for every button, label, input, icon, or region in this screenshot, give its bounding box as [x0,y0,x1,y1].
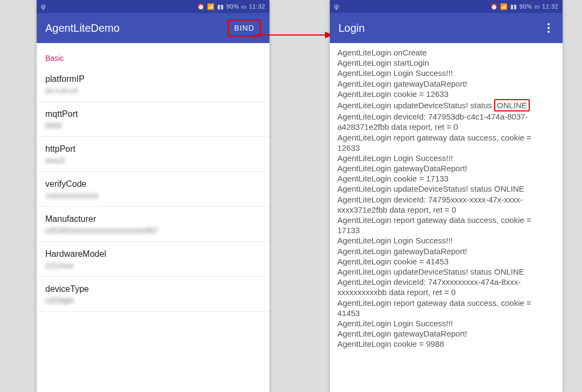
list-item-label: HardwareModel [45,249,261,259]
log-line: AgentLiteLogin gatewayDataReport! [337,246,555,256]
list-item-value: LEDlight [45,296,261,305]
log-line: AgentLiteLogin cookie = 12633 [337,89,555,99]
app-bar: Login [330,13,563,43]
log-line: AgentLiteLogin gatewayDataReport! [337,163,555,173]
list-item-label: platformIP [45,74,261,84]
list-item-value: cd22d2xxxxxxxxxxxxxxxxxxxx967 [45,226,261,235]
settings-list: Basic platformIPxx.x.xx.xxmqttPort0000ht… [37,43,269,316]
list-item-value: 1xxxxxxxxxxxxx [45,191,261,200]
overflow-menu-icon[interactable] [543,19,554,37]
usb-icon: ψ [41,3,46,10]
list-item-hardwaremodel[interactable]: HardwareModel1212xxx [37,242,269,277]
log-line: AgentLiteLogin gatewayDataReport! [337,79,555,89]
clock: 11:32 [249,3,265,10]
list-item-mqttport[interactable]: mqttPort0000 [37,102,269,137]
log-line: AgentLiteLogin updateDeviceStatus! statu… [337,184,555,194]
list-item-label: deviceType [45,284,261,294]
log-output: AgentLiteLogin onCreateAgentLiteLogin st… [330,43,563,353]
phone-right: ψ ⏰ 📶 ▮▮ 90% ▭ 11:32 Login AgentLiteLogi… [330,0,563,392]
list-item-platformip[interactable]: platformIPxx.x.xx.xx [37,67,269,102]
app-title: Login [338,22,365,34]
list-item-httpport[interactable]: httpPortxxxx3 [37,137,269,172]
app-bar: AgentLiteDemo BIND [37,13,269,43]
log-line: AgentLiteLogin report gateway data succe… [337,132,555,153]
signal-icon: ▮▮ [217,3,224,10]
list-item-verifycode[interactable]: verifyCode1xxxxxxxxxxxxx [37,172,269,207]
signal-icon: ▮▮ [510,3,517,10]
log-line: AgentLiteLogin Login Success!!! [337,68,555,78]
list-item-label: verifyCode [45,179,261,189]
list-item-value: xx.x.xx.xx [45,86,261,95]
wifi-icon: 📶 [500,3,508,10]
log-line: AgentLiteLogin updateDeviceStatus! statu… [337,267,555,277]
log-line: AgentLiteLogin Login Success!!! [337,318,555,328]
status-online-highlight: ONLINE [494,99,530,111]
phone-left: ψ ⏰ 📶 ▮▮ 90% ▭ 11:32 AgentLiteDemo BIND … [37,0,269,392]
usb-icon: ψ [334,3,339,10]
alarm-icon: ⏰ [197,3,205,10]
app-title: AgentLiteDemo [45,22,120,34]
list-item-devicetype[interactable]: deviceTypeLEDlight [37,277,269,312]
log-line: AgentLiteLogin deviceId: 74795xxxx-xxxx-… [337,194,555,215]
log-line: AgentLiteLogin cookie = 41453 [337,256,555,267]
log-line: AgentLiteLogin report gateway data succe… [337,215,555,235]
list-item-label: httpPort [45,144,261,154]
log-line: AgentLiteLogin Login Success!!! [337,235,555,246]
battery-percent: 90% [519,3,532,10]
list-item-value: xxxx3 [45,156,261,165]
log-line: AgentLiteLogin deviceId: 747xxxxxxxxx-47… [337,277,555,297]
log-line: AgentLiteLogin startLogin [337,58,555,68]
alarm-icon: ⏰ [490,3,498,10]
section-header-basic: Basic [37,47,269,67]
log-line: AgentLiteLogin cookie = 9988 [337,339,555,349]
list-item-label: Manufacturer [45,214,261,224]
log-line: AgentLiteLogin gatewayDataReport! [337,328,555,339]
log-line: AgentLiteLogin report gateway data succe… [337,298,555,318]
list-item-manufacturer[interactable]: Manufacturercd22d2xxxxxxxxxxxxxxxxxxxx96… [37,207,269,242]
clock: 11:32 [542,3,558,10]
status-bar: ψ ⏰ 📶 ▮▮ 90% ▭ 11:32 [330,0,563,13]
log-line: AgentLiteLogin cookie = 17133 [337,173,555,184]
log-line: AgentLiteLogin deviceId: 747953db-c4c1-4… [337,111,555,132]
battery-percent: 90% [226,3,239,10]
list-item-label: mqttPort [45,109,261,119]
log-line: AgentLiteLogin updateDeviceStatus! statu… [337,99,555,111]
battery-icon: ▭ [534,3,540,10]
log-line: AgentLiteLogin Login Success!!! [337,153,555,163]
log-line: AgentLiteLogin onCreate [337,47,555,58]
battery-icon: ▭ [241,3,247,10]
wifi-icon: 📶 [207,3,215,10]
bind-button[interactable]: BIND [228,19,261,37]
list-item-value: 0000 [45,121,261,130]
status-bar: ψ ⏰ 📶 ▮▮ 90% ▭ 11:32 [37,0,269,13]
list-item-value: 1212xxx [45,261,261,270]
